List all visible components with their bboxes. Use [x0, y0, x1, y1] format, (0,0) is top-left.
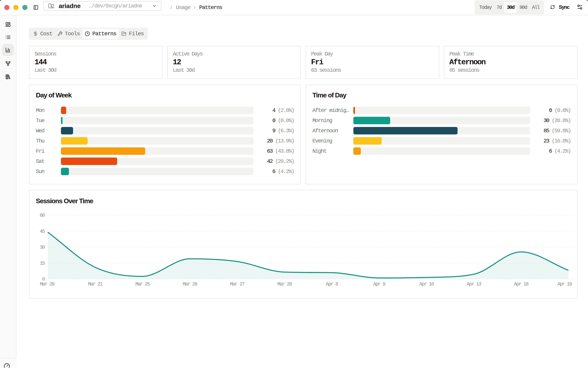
svg-text:45: 45: [40, 229, 45, 234]
svg-text:30: 30: [40, 245, 45, 250]
svg-text:60: 60: [40, 213, 45, 218]
svg-text:Apr 9: Apr 9: [373, 281, 385, 287]
svg-text:Apr 18: Apr 18: [514, 281, 529, 287]
svg-text:Mar 20: Mar 20: [40, 281, 55, 287]
svg-text:Mar 25: Mar 25: [135, 281, 150, 287]
svg-text:Mar 28: Mar 28: [277, 281, 292, 287]
svg-text:15: 15: [40, 260, 45, 266]
svg-text:Mar 27: Mar 27: [230, 281, 245, 287]
svg-text:Apr 10: Apr 10: [419, 281, 434, 287]
svg-text:Apr 19: Apr 19: [557, 281, 572, 287]
svg-text:Mar 26: Mar 26: [183, 281, 198, 287]
svg-text:Apr 13: Apr 13: [467, 281, 481, 287]
svg-text:Mar 21: Mar 21: [88, 281, 103, 287]
svg-text:Apr 8: Apr 8: [326, 281, 338, 287]
